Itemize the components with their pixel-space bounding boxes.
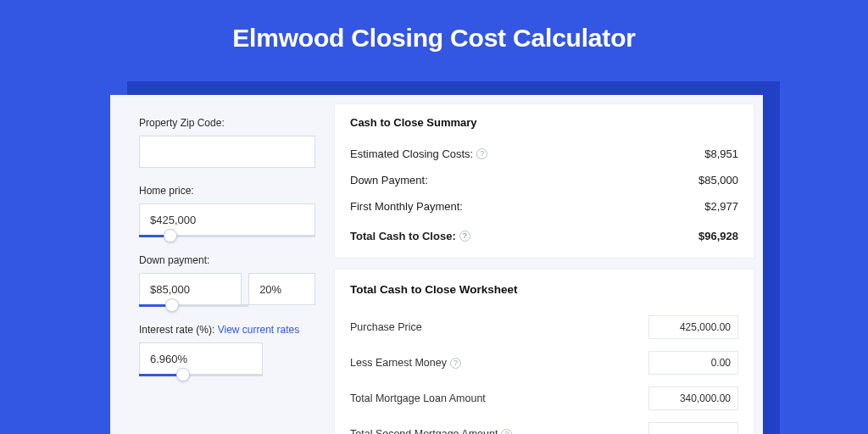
summary-total-label: Total Cash to Close: xyxy=(350,230,456,242)
summary-total-value: $96,928 xyxy=(698,230,738,242)
worksheet-input-purchase-price[interactable] xyxy=(648,315,738,339)
worksheet-row-purchase-price: Purchase Price xyxy=(350,309,738,345)
worksheet-label: Less Earnest Money xyxy=(350,357,447,369)
down-payment-row xyxy=(139,273,315,305)
down-payment-slider[interactable] xyxy=(139,304,248,307)
summary-row-down-payment: Down Payment: $85,000 xyxy=(350,167,738,193)
slider-thumb[interactable] xyxy=(165,298,179,312)
worksheet-label: Total Second Mortgage Amount xyxy=(350,428,498,434)
worksheet-label: Purchase Price xyxy=(350,321,422,333)
down-payment-pct-input[interactable] xyxy=(248,273,315,305)
calculator-panel: Property Zip Code: Home price: Down paym… xyxy=(110,95,763,434)
summary-label: Estimated Closing Costs: xyxy=(350,147,473,160)
down-payment-label: Down payment: xyxy=(139,254,315,266)
worksheet-input-second-mortgage[interactable] xyxy=(648,422,738,434)
interest-rate-label-text: Interest rate (%): xyxy=(139,324,218,336)
worksheet-heading: Total Cash to Close Worksheet xyxy=(350,283,738,296)
summary-card: Cash to Close Summary Estimated Closing … xyxy=(334,103,754,259)
zip-input[interactable] xyxy=(139,136,315,168)
zip-label: Property Zip Code: xyxy=(139,117,315,129)
summary-label: First Monthly Payment: xyxy=(350,200,463,213)
worksheet-row-earnest-money: Less Earnest Money ? xyxy=(350,345,738,381)
worksheet-row-second-mortgage: Total Second Mortgage Amount ? xyxy=(350,416,738,434)
summary-label: Down Payment: xyxy=(350,174,428,186)
worksheet-input-earnest-money[interactable] xyxy=(648,351,738,375)
home-price-slider-wrap xyxy=(139,203,315,237)
interest-rate-input[interactable] xyxy=(139,342,263,375)
down-payment-block: Down payment: xyxy=(139,254,315,307)
summary-value: $85,000 xyxy=(698,174,738,186)
help-icon[interactable]: ? xyxy=(476,148,487,159)
summary-value: $2,977 xyxy=(704,200,738,213)
summary-row-first-payment: First Monthly Payment: $2,977 xyxy=(350,193,738,220)
results-main: Cash to Close Summary Estimated Closing … xyxy=(334,95,763,434)
help-icon[interactable]: ? xyxy=(501,429,512,435)
worksheet-input-mortgage-amount[interactable] xyxy=(648,387,738,410)
slider-thumb[interactable] xyxy=(176,368,190,381)
home-price-label: Home price: xyxy=(139,185,315,197)
summary-row-total: Total Cash to Close: ? $96,928 xyxy=(350,220,738,249)
page-title: Elmwood Closing Cost Calculator xyxy=(0,0,868,73)
summary-value: $8,951 xyxy=(704,147,738,160)
inputs-sidebar: Property Zip Code: Home price: Down paym… xyxy=(110,95,334,434)
view-rates-link[interactable]: View current rates xyxy=(218,324,300,336)
interest-slider-wrap xyxy=(139,342,263,376)
summary-row-closing-costs: Estimated Closing Costs: ? $8,951 xyxy=(350,141,738,167)
home-price-block: Home price: xyxy=(139,185,315,237)
interest-rate-slider[interactable] xyxy=(139,374,263,376)
help-icon[interactable]: ? xyxy=(450,358,461,369)
help-icon[interactable]: ? xyxy=(459,231,470,242)
zip-field-block: Property Zip Code: xyxy=(139,117,315,168)
interest-rate-label: Interest rate (%): View current rates xyxy=(139,324,315,336)
home-price-slider[interactable] xyxy=(139,235,315,237)
slider-thumb[interactable] xyxy=(164,229,177,242)
summary-heading: Cash to Close Summary xyxy=(350,116,738,129)
worksheet-row-mortgage-amount: Total Mortgage Loan Amount xyxy=(350,381,738,416)
interest-rate-block: Interest rate (%): View current rates xyxy=(139,324,315,376)
down-payment-input[interactable] xyxy=(139,273,242,305)
worksheet-card: Total Cash to Close Worksheet Purchase P… xyxy=(334,269,754,434)
worksheet-label: Total Mortgage Loan Amount xyxy=(350,392,486,404)
